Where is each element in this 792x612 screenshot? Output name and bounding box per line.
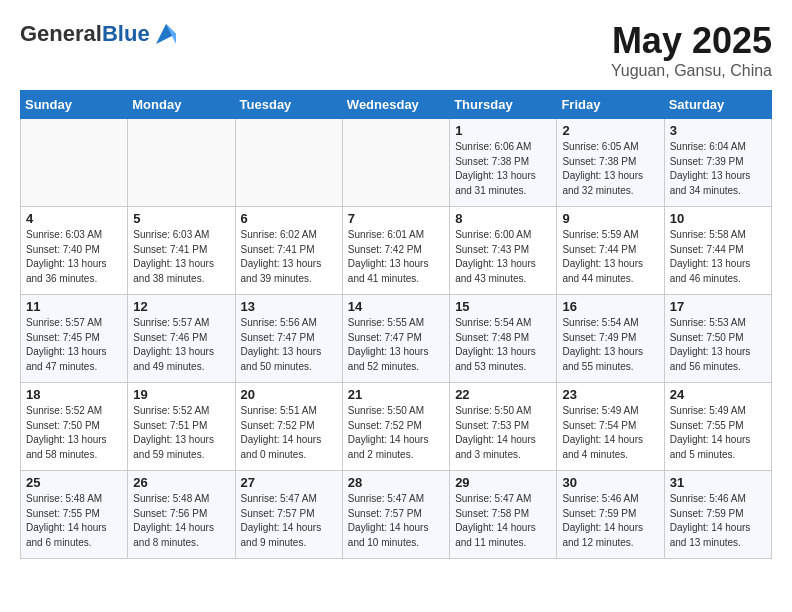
weekday-header-sunday: Sunday — [21, 91, 128, 119]
day-info: Sunrise: 5:53 AM Sunset: 7:50 PM Dayligh… — [670, 316, 766, 374]
empty-day-cell — [342, 119, 449, 207]
day-number: 2 — [562, 123, 658, 138]
calendar-day-13: 13Sunrise: 5:56 AM Sunset: 7:47 PM Dayli… — [235, 295, 342, 383]
day-info: Sunrise: 5:57 AM Sunset: 7:45 PM Dayligh… — [26, 316, 122, 374]
day-info: Sunrise: 5:54 AM Sunset: 7:49 PM Dayligh… — [562, 316, 658, 374]
day-number: 28 — [348, 475, 444, 490]
day-info: Sunrise: 6:00 AM Sunset: 7:43 PM Dayligh… — [455, 228, 551, 286]
weekday-header-thursday: Thursday — [450, 91, 557, 119]
weekday-header-wednesday: Wednesday — [342, 91, 449, 119]
day-info: Sunrise: 6:05 AM Sunset: 7:38 PM Dayligh… — [562, 140, 658, 198]
day-info: Sunrise: 6:01 AM Sunset: 7:42 PM Dayligh… — [348, 228, 444, 286]
calendar-week-row: 11Sunrise: 5:57 AM Sunset: 7:45 PM Dayli… — [21, 295, 772, 383]
calendar-day-16: 16Sunrise: 5:54 AM Sunset: 7:49 PM Dayli… — [557, 295, 664, 383]
day-info: Sunrise: 5:49 AM Sunset: 7:54 PM Dayligh… — [562, 404, 658, 462]
calendar-day-28: 28Sunrise: 5:47 AM Sunset: 7:57 PM Dayli… — [342, 471, 449, 559]
day-number: 6 — [241, 211, 337, 226]
calendar-week-row: 18Sunrise: 5:52 AM Sunset: 7:50 PM Dayli… — [21, 383, 772, 471]
logo-icon — [152, 20, 180, 48]
calendar-day-17: 17Sunrise: 5:53 AM Sunset: 7:50 PM Dayli… — [664, 295, 771, 383]
day-info: Sunrise: 5:47 AM Sunset: 7:57 PM Dayligh… — [241, 492, 337, 550]
day-info: Sunrise: 5:54 AM Sunset: 7:48 PM Dayligh… — [455, 316, 551, 374]
calendar-day-1: 1Sunrise: 6:06 AM Sunset: 7:38 PM Daylig… — [450, 119, 557, 207]
calendar-day-11: 11Sunrise: 5:57 AM Sunset: 7:45 PM Dayli… — [21, 295, 128, 383]
calendar-day-14: 14Sunrise: 5:55 AM Sunset: 7:47 PM Dayli… — [342, 295, 449, 383]
calendar-day-3: 3Sunrise: 6:04 AM Sunset: 7:39 PM Daylig… — [664, 119, 771, 207]
calendar-day-29: 29Sunrise: 5:47 AM Sunset: 7:58 PM Dayli… — [450, 471, 557, 559]
day-info: Sunrise: 5:50 AM Sunset: 7:52 PM Dayligh… — [348, 404, 444, 462]
day-info: Sunrise: 5:58 AM Sunset: 7:44 PM Dayligh… — [670, 228, 766, 286]
day-number: 21 — [348, 387, 444, 402]
calendar-day-27: 27Sunrise: 5:47 AM Sunset: 7:57 PM Dayli… — [235, 471, 342, 559]
day-info: Sunrise: 5:47 AM Sunset: 7:58 PM Dayligh… — [455, 492, 551, 550]
logo-blue-text: Blue — [102, 21, 150, 46]
day-number: 17 — [670, 299, 766, 314]
calendar-day-6: 6Sunrise: 6:02 AM Sunset: 7:41 PM Daylig… — [235, 207, 342, 295]
empty-day-cell — [235, 119, 342, 207]
day-info: Sunrise: 5:57 AM Sunset: 7:46 PM Dayligh… — [133, 316, 229, 374]
calendar-day-22: 22Sunrise: 5:50 AM Sunset: 7:53 PM Dayli… — [450, 383, 557, 471]
day-info: Sunrise: 5:55 AM Sunset: 7:47 PM Dayligh… — [348, 316, 444, 374]
weekday-header-tuesday: Tuesday — [235, 91, 342, 119]
calendar-day-31: 31Sunrise: 5:46 AM Sunset: 7:59 PM Dayli… — [664, 471, 771, 559]
day-number: 20 — [241, 387, 337, 402]
calendar-week-row: 1Sunrise: 6:06 AM Sunset: 7:38 PM Daylig… — [21, 119, 772, 207]
day-number: 22 — [455, 387, 551, 402]
title-block: May 2025 Yuguan, Gansu, China — [611, 20, 772, 80]
day-info: Sunrise: 5:51 AM Sunset: 7:52 PM Dayligh… — [241, 404, 337, 462]
calendar-day-4: 4Sunrise: 6:03 AM Sunset: 7:40 PM Daylig… — [21, 207, 128, 295]
calendar-day-10: 10Sunrise: 5:58 AM Sunset: 7:44 PM Dayli… — [664, 207, 771, 295]
day-number: 18 — [26, 387, 122, 402]
calendar-day-9: 9Sunrise: 5:59 AM Sunset: 7:44 PM Daylig… — [557, 207, 664, 295]
calendar-day-21: 21Sunrise: 5:50 AM Sunset: 7:52 PM Dayli… — [342, 383, 449, 471]
day-number: 14 — [348, 299, 444, 314]
month-title: May 2025 — [611, 20, 772, 62]
calendar-day-30: 30Sunrise: 5:46 AM Sunset: 7:59 PM Dayli… — [557, 471, 664, 559]
day-number: 29 — [455, 475, 551, 490]
logo: GeneralBlue — [20, 20, 180, 48]
day-info: Sunrise: 5:48 AM Sunset: 7:55 PM Dayligh… — [26, 492, 122, 550]
day-info: Sunrise: 6:03 AM Sunset: 7:41 PM Dayligh… — [133, 228, 229, 286]
calendar-week-row: 25Sunrise: 5:48 AM Sunset: 7:55 PM Dayli… — [21, 471, 772, 559]
day-number: 31 — [670, 475, 766, 490]
weekday-header-monday: Monday — [128, 91, 235, 119]
day-number: 24 — [670, 387, 766, 402]
day-number: 1 — [455, 123, 551, 138]
day-number: 12 — [133, 299, 229, 314]
day-number: 11 — [26, 299, 122, 314]
day-number: 4 — [26, 211, 122, 226]
weekday-header-saturday: Saturday — [664, 91, 771, 119]
day-number: 25 — [26, 475, 122, 490]
day-info: Sunrise: 6:04 AM Sunset: 7:39 PM Dayligh… — [670, 140, 766, 198]
day-info: Sunrise: 6:06 AM Sunset: 7:38 PM Dayligh… — [455, 140, 551, 198]
day-number: 15 — [455, 299, 551, 314]
empty-day-cell — [128, 119, 235, 207]
day-info: Sunrise: 6:02 AM Sunset: 7:41 PM Dayligh… — [241, 228, 337, 286]
calendar-week-row: 4Sunrise: 6:03 AM Sunset: 7:40 PM Daylig… — [21, 207, 772, 295]
day-number: 8 — [455, 211, 551, 226]
day-info: Sunrise: 5:49 AM Sunset: 7:55 PM Dayligh… — [670, 404, 766, 462]
calendar-day-7: 7Sunrise: 6:01 AM Sunset: 7:42 PM Daylig… — [342, 207, 449, 295]
day-info: Sunrise: 5:47 AM Sunset: 7:57 PM Dayligh… — [348, 492, 444, 550]
calendar-table: SundayMondayTuesdayWednesdayThursdayFrid… — [20, 90, 772, 559]
day-info: Sunrise: 5:50 AM Sunset: 7:53 PM Dayligh… — [455, 404, 551, 462]
day-info: Sunrise: 5:46 AM Sunset: 7:59 PM Dayligh… — [670, 492, 766, 550]
empty-day-cell — [21, 119, 128, 207]
calendar-day-8: 8Sunrise: 6:00 AM Sunset: 7:43 PM Daylig… — [450, 207, 557, 295]
calendar-day-23: 23Sunrise: 5:49 AM Sunset: 7:54 PM Dayli… — [557, 383, 664, 471]
day-info: Sunrise: 5:48 AM Sunset: 7:56 PM Dayligh… — [133, 492, 229, 550]
calendar-day-19: 19Sunrise: 5:52 AM Sunset: 7:51 PM Dayli… — [128, 383, 235, 471]
day-number: 5 — [133, 211, 229, 226]
calendar-day-24: 24Sunrise: 5:49 AM Sunset: 7:55 PM Dayli… — [664, 383, 771, 471]
calendar-day-20: 20Sunrise: 5:51 AM Sunset: 7:52 PM Dayli… — [235, 383, 342, 471]
day-number: 16 — [562, 299, 658, 314]
day-info: Sunrise: 5:52 AM Sunset: 7:50 PM Dayligh… — [26, 404, 122, 462]
day-number: 3 — [670, 123, 766, 138]
day-number: 19 — [133, 387, 229, 402]
calendar-day-15: 15Sunrise: 5:54 AM Sunset: 7:48 PM Dayli… — [450, 295, 557, 383]
day-number: 23 — [562, 387, 658, 402]
calendar-day-18: 18Sunrise: 5:52 AM Sunset: 7:50 PM Dayli… — [21, 383, 128, 471]
calendar-day-25: 25Sunrise: 5:48 AM Sunset: 7:55 PM Dayli… — [21, 471, 128, 559]
weekday-header-friday: Friday — [557, 91, 664, 119]
day-info: Sunrise: 6:03 AM Sunset: 7:40 PM Dayligh… — [26, 228, 122, 286]
